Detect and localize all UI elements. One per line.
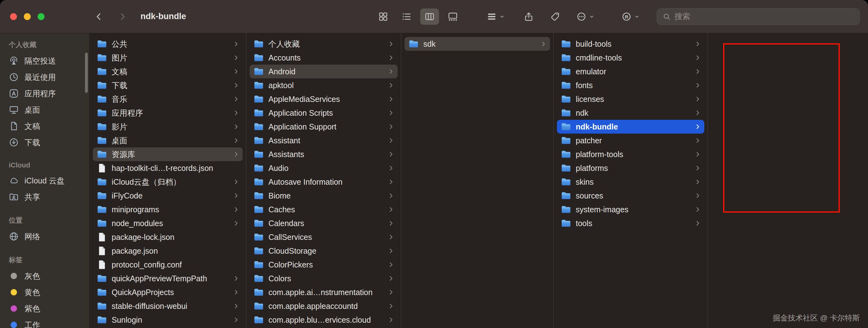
more-actions-button[interactable] [574, 9, 597, 24]
column-item[interactable]: 下载 [93, 79, 243, 92]
sidebar-scrollbar[interactable] [85, 53, 88, 93]
sidebar-item[interactable]: 隔空投送 [0, 53, 89, 69]
column-item[interactable]: 文稿 [93, 65, 243, 79]
folder-icon [253, 301, 264, 311]
column-item[interactable]: ColorPickers [250, 258, 398, 272]
sidebar-item[interactable]: 黄色 [0, 284, 89, 300]
list-view-button[interactable] [397, 8, 416, 25]
column-item[interactable]: Colors [250, 272, 398, 285]
column-item[interactable]: Accounts [250, 51, 398, 65]
folder-icon [97, 108, 107, 118]
column-item[interactable]: skins [557, 175, 704, 189]
sidebar-item[interactable]: 应用程序 [0, 85, 89, 101]
column-item[interactable]: com.apple.ai…nstrumentation [250, 285, 398, 299]
column-item[interactable]: build-tools [557, 37, 704, 51]
column-item[interactable]: quickAppPreviewTempPath [93, 272, 243, 285]
column-item[interactable]: AppleMediaServices [250, 92, 398, 106]
column-item[interactable]: Biome [250, 189, 398, 203]
column-item[interactable]: Calendars [250, 216, 398, 230]
column-item[interactable]: patcher [557, 133, 704, 147]
minimize-button[interactable] [24, 13, 31, 20]
share-button[interactable] [521, 9, 536, 24]
forward-button[interactable] [115, 9, 130, 24]
column-item[interactable]: apktool [250, 79, 398, 92]
column-item[interactable]: QuickAppProjects [93, 285, 243, 299]
column-item[interactable]: protocol_config.conf [93, 258, 243, 272]
sidebar-section-items: 隔空投送 最近使用 应用程序 桌面 文稿 下载 [0, 53, 89, 151]
column-item[interactable]: Caches [250, 203, 398, 216]
sidebar-item[interactable]: 紫色 [0, 300, 89, 317]
column-item[interactable]: 桌面 [93, 133, 243, 147]
column-item[interactable]: platform-tools [557, 147, 704, 161]
chevron-right-icon [233, 220, 240, 227]
chevron-right-icon [118, 12, 127, 21]
close-button[interactable] [10, 13, 17, 20]
column-item[interactable]: 个人收藏 [250, 37, 398, 51]
column-item[interactable]: ndk [557, 106, 704, 120]
column-item[interactable]: hap-toolkit-cli…t-records.json [93, 161, 243, 175]
column-item[interactable]: iCloud云盘（归档） [93, 175, 243, 189]
sidebar-item[interactable]: 下载 [0, 134, 89, 151]
folder-icon [561, 190, 571, 201]
column-item[interactable]: CallServices [250, 230, 398, 244]
column-item[interactable]: com.apple.blu…ervices.cloud [250, 313, 398, 327]
zoom-button[interactable] [38, 13, 44, 20]
column-item[interactable]: package-lock.json [93, 230, 243, 244]
item-label: miniprograms [112, 205, 159, 214]
column-item[interactable]: tools [557, 216, 704, 230]
column-item[interactable]: node_modules [93, 216, 243, 230]
item-label: 音乐 [112, 94, 127, 105]
column-item[interactable]: CloudStorage [250, 244, 398, 258]
column-item[interactable]: iFlyCode [93, 189, 243, 203]
item-label: 文稿 [112, 66, 127, 77]
search-input[interactable] [675, 12, 854, 21]
column-item[interactable]: 图片 [93, 51, 243, 65]
column-item[interactable]: Application Support [250, 120, 398, 133]
column-item[interactable]: licenses [557, 92, 704, 106]
sidebar-item[interactable]: 最近使用 [0, 69, 89, 85]
tag-icon [550, 11, 560, 22]
group-button[interactable] [484, 9, 507, 24]
search-field[interactable] [657, 8, 860, 25]
back-button[interactable] [92, 9, 106, 24]
column-item[interactable]: 资源库 [93, 147, 243, 161]
r-badge-button[interactable] [619, 9, 642, 24]
column-item[interactable]: Application Scripts [250, 106, 398, 120]
sidebar-item[interactable]: 工作 [0, 317, 89, 328]
column-item[interactable]: Assistant [250, 133, 398, 147]
column-view-button[interactable] [420, 8, 439, 25]
chevron-right-icon [388, 275, 395, 282]
column-item[interactable]: fonts [557, 79, 704, 92]
sidebar-item[interactable]: 文稿 [0, 118, 89, 134]
column-item[interactable]: Audio [250, 161, 398, 175]
column-item[interactable]: package.json [93, 244, 243, 258]
column-item[interactable]: sources [557, 189, 704, 203]
column-item[interactable]: stable-diffusion-webui [93, 299, 243, 313]
column-item[interactable]: 音乐 [93, 92, 243, 106]
chevron-right-icon [388, 68, 395, 75]
column-item[interactable]: 公共 [93, 37, 243, 51]
column-item[interactable]: system-images [557, 203, 704, 216]
column-item[interactable]: platforms [557, 161, 704, 175]
column-item[interactable]: 影片 [93, 120, 243, 133]
sidebar-item[interactable]: 桌面 [0, 101, 89, 118]
column-item[interactable]: cmdline-tools [557, 51, 704, 65]
gallery-view-button[interactable] [443, 8, 462, 25]
sidebar-item[interactable]: 网络 [0, 228, 89, 245]
column-item[interactable]: Sunlogin [93, 313, 243, 327]
icon-view-button[interactable] [374, 8, 393, 25]
column-item[interactable]: Android [250, 65, 398, 79]
column-item[interactable]: emulator [557, 65, 704, 79]
sidebar-item[interactable]: 灰色 [0, 268, 89, 284]
chevron-right-icon [388, 165, 395, 172]
tag-button[interactable] [548, 9, 563, 24]
column-item[interactable]: Autosave Information [250, 175, 398, 189]
column-item[interactable]: ndk-bundle [557, 120, 704, 133]
sidebar-item[interactable]: iCloud 云盘 [0, 173, 89, 189]
column-item[interactable]: com.apple.appleaccountd [250, 299, 398, 313]
column-item[interactable]: sdk [405, 37, 550, 51]
column-item[interactable]: Assistants [250, 147, 398, 161]
column-item[interactable]: miniprograms [93, 203, 243, 216]
sidebar-item[interactable]: 共享 [0, 189, 89, 205]
column-item[interactable]: 应用程序 [93, 106, 243, 120]
